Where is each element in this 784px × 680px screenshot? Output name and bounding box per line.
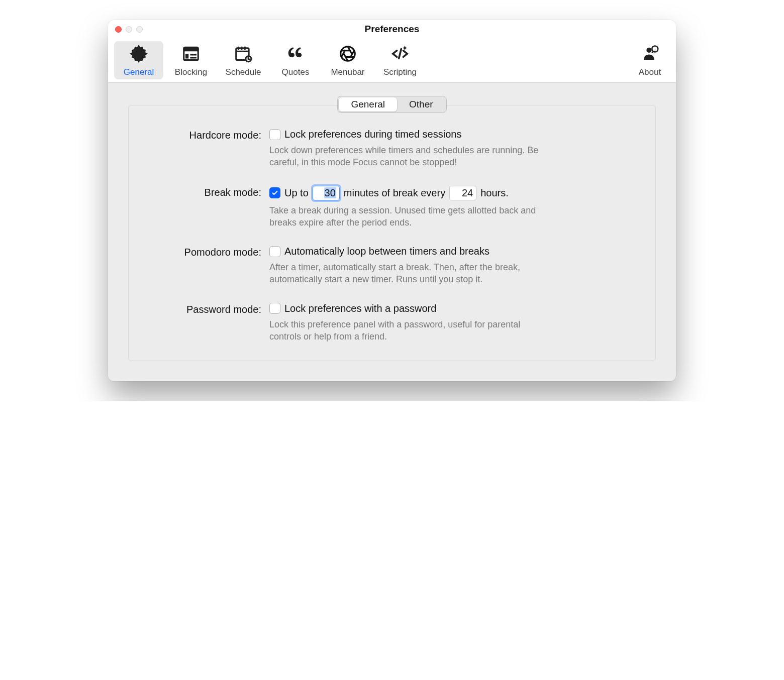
tab-label: Quotes — [282, 67, 310, 77]
close-button[interactable] — [115, 26, 122, 33]
break-mid: minutes of break every — [344, 187, 445, 199]
svg-rect-4 — [190, 54, 197, 55]
tab-label: About — [639, 67, 661, 77]
setting-description: Take a break during a session. Unused ti… — [269, 204, 551, 229]
setting-label: Pomodoro mode: — [149, 246, 269, 286]
window-title: Preferences — [108, 24, 676, 35]
tab-label: General — [124, 67, 154, 77]
preferences-window: Preferences General — [108, 20, 676, 381]
settings-panel: Hardcore mode: Lock preferences during t… — [128, 105, 656, 361]
setting-description: Lock down preferences while timers and s… — [269, 144, 551, 169]
setting-description: After a timer, automatically start a bre… — [269, 261, 551, 286]
window-icon — [181, 44, 201, 67]
segmented-control: General Other — [337, 96, 446, 113]
quotes-icon — [286, 44, 305, 67]
gear-icon — [129, 44, 148, 67]
checkbox-title: Lock preferences with a password — [284, 303, 436, 314]
code-icon — [390, 44, 410, 67]
setting-break: Break mode: Up to 30 minutes of break ev… — [149, 186, 635, 229]
break-checkbox[interactable] — [269, 187, 280, 198]
setting-password: Password mode: Lock preferences with a p… — [149, 303, 635, 343]
checkbox-title: Automatically loop between timers and br… — [284, 246, 489, 257]
tab-label: Blocking — [175, 67, 207, 77]
setting-description: Lock this preference panel with a passwo… — [269, 318, 551, 343]
toolbar: General Blocking — [108, 38, 676, 82]
titlebar: Preferences General — [108, 20, 676, 83]
aperture-icon — [338, 44, 357, 67]
setting-hardcore: Hardcore mode: Lock preferences during t… — [149, 129, 635, 169]
svg-rect-5 — [190, 57, 197, 58]
content-area: General Other Hardcore mode: Lock prefer… — [108, 83, 676, 381]
break-minutes-input[interactable]: 30 — [313, 186, 340, 200]
tab-schedule[interactable]: Schedule — [219, 41, 268, 79]
svg-text:i: i — [654, 47, 655, 52]
segment-other[interactable]: Other — [397, 97, 445, 111]
tab-menubar[interactable]: Menubar — [323, 41, 372, 79]
calendar-icon — [234, 44, 253, 67]
setting-pomodoro: Pomodoro mode: Automatically loop betwee… — [149, 246, 635, 286]
break-prefix: Up to — [284, 187, 309, 199]
svg-rect-2 — [184, 47, 199, 51]
zoom-button[interactable] — [136, 26, 143, 33]
minimize-button[interactable] — [126, 26, 132, 33]
pomodoro-checkbox[interactable] — [269, 246, 280, 257]
password-checkbox[interactable] — [269, 303, 280, 314]
segment-general[interactable]: General — [339, 97, 397, 111]
tab-quotes[interactable]: Quotes — [271, 41, 320, 79]
break-suffix: hours. — [480, 187, 509, 199]
svg-point-9 — [646, 48, 651, 53]
about-icon: i — [640, 44, 659, 67]
checkbox-title: Lock preferences during timed sessions — [284, 129, 461, 140]
setting-label: Password mode: — [149, 303, 269, 343]
hardcore-checkbox[interactable] — [269, 129, 280, 140]
tab-label: Schedule — [226, 67, 261, 77]
tab-blocking[interactable]: Blocking — [166, 41, 216, 79]
tab-scripting[interactable]: Scripting — [375, 41, 425, 79]
tab-general[interactable]: General — [114, 41, 163, 79]
svg-rect-3 — [185, 54, 188, 59]
tab-label: Scripting — [383, 67, 417, 77]
break-hours-input[interactable]: 24 — [449, 186, 476, 200]
setting-label: Break mode: — [149, 186, 269, 229]
traffic-lights — [108, 26, 143, 33]
tab-about[interactable]: i About — [630, 41, 670, 79]
tab-label: Menubar — [331, 67, 364, 77]
setting-label: Hardcore mode: — [149, 129, 269, 169]
